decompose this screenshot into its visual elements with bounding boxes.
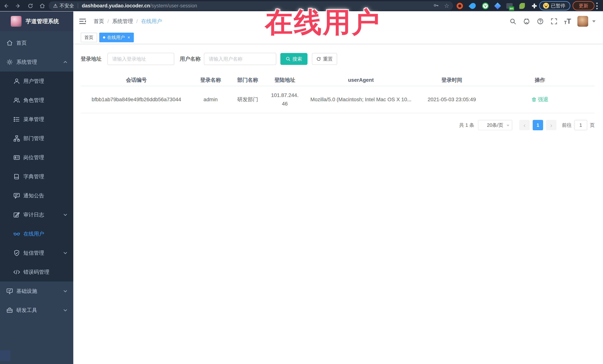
sidebar-item-label: 字典管理	[23, 173, 44, 180]
chevron-up-icon	[63, 60, 68, 65]
trash-icon	[532, 97, 536, 102]
cell-actions: 强退	[485, 96, 595, 103]
sidebar-item-label: 系统管理	[16, 59, 37, 66]
sidebar-item-system-mgmt[interactable]: 系统管理	[0, 53, 73, 72]
sidebar-item-post-mgmt[interactable]: 岗位管理	[0, 148, 73, 167]
page-unit-label: 页	[590, 122, 595, 128]
sidebar-item-label: 菜单管理	[23, 116, 44, 123]
col-header-username: 登录名称	[192, 77, 229, 84]
browser-menu-icon[interactable]	[596, 3, 598, 9]
username-label: 用户名称	[180, 55, 201, 62]
logo[interactable]: 芋道管理系统	[0, 11, 73, 31]
page-size-value: 20条/页	[487, 122, 503, 128]
force-logout-button[interactable]: 强退	[532, 96, 548, 103]
sidebar-item-home[interactable]: 首页	[0, 33, 73, 53]
book-icon	[13, 173, 20, 180]
col-header-login-time: 登录时间	[418, 77, 485, 84]
home-button[interactable]	[38, 2, 46, 10]
table-header-row: 会话编号 登录名称 部门名称 登陆地址 userAgent 登录时间 操作	[81, 74, 595, 86]
home-icon	[6, 40, 13, 46]
close-icon[interactable]: ×	[128, 35, 130, 40]
extension-icon-green-v[interactable]: V	[481, 2, 489, 10]
tag-label: 在线用户	[107, 34, 125, 40]
search-button[interactable]: 搜索	[280, 53, 307, 65]
sidebar-item-role-mgmt[interactable]: 角色管理	[0, 91, 73, 110]
sidebar-item-label: 通知公告	[23, 192, 44, 199]
extension-icon-gem[interactable]	[494, 2, 502, 10]
sidebar-item-sms-mgmt[interactable]: 短信管理	[0, 243, 73, 263]
sidebar-item-label: 研发工具	[16, 307, 37, 314]
bookmark-star-icon[interactable]: ☆	[444, 3, 449, 9]
toolbox-icon	[6, 307, 13, 314]
prev-page-button[interactable]: ‹	[519, 120, 530, 130]
breadcrumb-item[interactable]: 首页	[94, 18, 104, 25]
forward-button[interactable]	[14, 2, 22, 10]
sidebar-item-label: 角色管理	[23, 97, 44, 104]
tag-home[interactable]: 首页	[81, 33, 97, 42]
user-avatar[interactable]	[577, 16, 588, 27]
fullscreen-icon[interactable]	[550, 18, 558, 25]
sidebar-item-audit-log[interactable]: 审计日志	[0, 205, 73, 224]
reload-button[interactable]	[26, 2, 35, 10]
chrome-update-button[interactable]: 更新	[573, 1, 594, 10]
sidebar-item-dev-tools[interactable]: 研发工具	[0, 301, 73, 320]
extensions-puzzle-icon[interactable]	[530, 2, 538, 10]
goggles-icon	[13, 231, 20, 237]
sidebar-item-notice[interactable]: 通知公告	[0, 186, 73, 205]
profile-avatar-emoji	[543, 3, 549, 9]
github-icon[interactable]	[523, 18, 530, 25]
tag-online-users[interactable]: 在线用户 ×	[99, 33, 134, 42]
sidebar-item-label: 短信管理	[23, 249, 44, 256]
sidebar-item-errorcode-mgmt[interactable]: 错误码管理	[0, 263, 73, 282]
back-button[interactable]	[2, 2, 10, 10]
user-icon	[13, 78, 20, 85]
total-count: 共 1 条	[459, 122, 474, 128]
sidebar-item-label: 审计日志	[23, 211, 44, 218]
next-page-button[interactable]: ›	[546, 120, 557, 130]
search-icon[interactable]	[509, 18, 517, 25]
edit-icon	[13, 211, 20, 218]
warning-icon: ⚠	[53, 3, 58, 9]
cell-ip: 101.87.244.46	[266, 91, 303, 108]
chevron-down-icon	[63, 212, 68, 217]
reset-button[interactable]: 重置	[312, 53, 337, 65]
sidebar-item-label: 在线用户	[23, 230, 44, 237]
avatar-caret-icon[interactable]	[592, 20, 596, 22]
cell-dept: 研发部门	[229, 96, 266, 103]
code-icon	[13, 269, 20, 276]
font-size-icon[interactable]: TT	[564, 18, 571, 25]
extension-icon-translate[interactable]: en	[505, 2, 514, 10]
username-input[interactable]	[204, 53, 276, 65]
col-header-ip: 登陆地址	[266, 77, 303, 84]
extension-icon-green-leaf[interactable]	[518, 2, 526, 10]
hamburger-icon[interactable]	[79, 17, 87, 25]
sidebar-item-infrastructure[interactable]: 基础设施	[0, 282, 73, 301]
chevron-down-icon	[63, 251, 68, 255]
extension-icon-orange[interactable]	[456, 2, 464, 10]
help-icon[interactable]	[537, 18, 544, 25]
sessions-table: 会话编号 登录名称 部门名称 登陆地址 userAgent 登录时间 操作 bf…	[81, 74, 595, 113]
sidebar: 芋道管理系统 首页 系统管理	[0, 11, 73, 364]
login-address-input[interactable]	[107, 53, 174, 65]
sidebar-item-user-mgmt[interactable]: 用户管理	[0, 72, 73, 91]
breadcrumb-item-current: 在线用户	[141, 18, 162, 25]
profile-paused-badge[interactable]: 已暂停	[539, 1, 570, 10]
page-number-current[interactable]: 1	[533, 120, 543, 130]
goto-page-input[interactable]	[574, 120, 587, 130]
sidebar-item-online-users[interactable]: 在线用户	[0, 224, 73, 243]
goto-label: 前往	[562, 122, 572, 128]
page-content: 登录地址 用户名称 搜索 重置 会话编号 登录名称 部门名称 登	[73, 44, 603, 130]
extension-icon-blue-drop[interactable]	[469, 2, 477, 10]
sidebar-item-dict-mgmt[interactable]: 字典管理	[0, 167, 73, 186]
id-card-icon	[13, 154, 20, 161]
address-bar[interactable]: ⚠ 不安全 dashboard.yudao.iocoder.cn /system…	[49, 1, 453, 10]
sidebar-item-menu-mgmt[interactable]: 菜单管理	[0, 110, 73, 129]
sidebar-item-dept-mgmt[interactable]: 部门管理	[0, 129, 73, 148]
org-tree-icon	[13, 135, 20, 142]
password-key-icon[interactable]	[433, 3, 439, 9]
url-path: /system/user-session	[150, 3, 197, 9]
select-caret-icon	[507, 125, 509, 126]
breadcrumb-item[interactable]: 系统管理	[112, 18, 133, 25]
col-header-useragent: userAgent	[303, 77, 418, 83]
page-size-select[interactable]: 20条/页	[478, 120, 512, 130]
